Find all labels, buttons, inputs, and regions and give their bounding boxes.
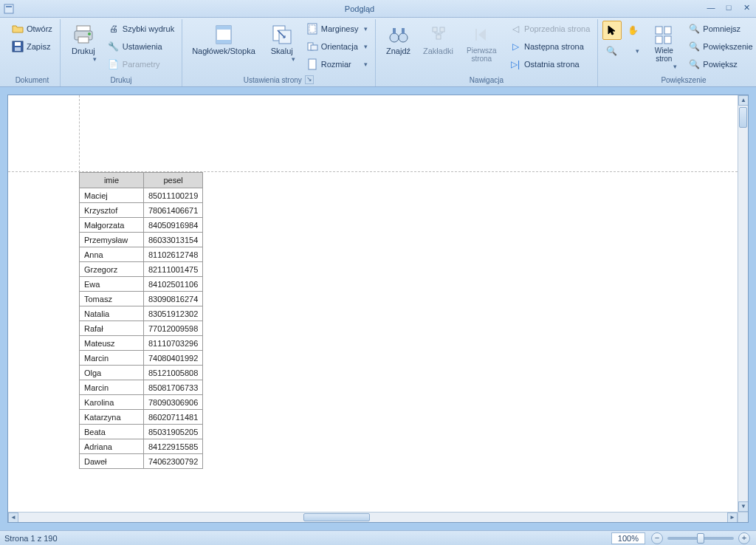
- magnifier-tool-button[interactable]: 🔍 ▾: [602, 41, 642, 61]
- workspace: imie pesel Maciej85011100219Krzysztof780…: [0, 87, 756, 530]
- pointer-tool-button[interactable]: [602, 21, 622, 40]
- multipage-button[interactable]: Wiele stron ▾: [645, 21, 682, 72]
- cell-imie: Mateusz: [80, 336, 144, 351]
- cell-imie: Tomasz: [80, 292, 144, 306]
- orientation-button[interactable]: Orientacja ▾: [303, 38, 371, 55]
- zoom-in-button[interactable]: 🔍 Powiększ: [685, 56, 756, 72]
- cell-imie: Adriana: [80, 439, 144, 454]
- chevron-down-icon: ▾: [289, 55, 295, 63]
- zoom-plus-button[interactable]: +: [738, 532, 750, 544]
- vertical-scrollbar[interactable]: ▲ ▼: [738, 95, 748, 512]
- zoom-slider-knob[interactable]: [697, 533, 704, 544]
- zoom-icon: 🔍: [688, 41, 700, 52]
- printer-icon: [73, 24, 94, 45]
- svg-rect-1: [6, 6, 12, 7]
- cell-imie: Karolina: [80, 395, 144, 410]
- table-row: Marcin85081706733: [80, 380, 203, 395]
- cell-pesel: 78061406671: [143, 203, 202, 218]
- size-label: Rozmiar: [321, 60, 351, 69]
- quick-print-label: Szybki wydruk: [123, 24, 174, 33]
- hscroll-thumb[interactable]: [303, 513, 370, 521]
- next-page-label: Następna strona: [524, 42, 584, 51]
- cell-imie: Natalia: [80, 306, 144, 321]
- cell-imie: Rafał: [80, 321, 144, 336]
- last-page-label: Ostatnia strona: [524, 60, 580, 69]
- first-page-label: Pierwsza strona: [465, 47, 499, 63]
- header-footer-button[interactable]: Nagłówek/Stopka: [187, 21, 261, 72]
- print-label: Drukuj: [72, 47, 95, 55]
- cell-pesel: 84102501106: [143, 277, 202, 292]
- cell-imie: Olga: [80, 366, 144, 380]
- hand-icon: ✋: [627, 24, 639, 36]
- cell-imie: Przemysław: [80, 233, 144, 247]
- cell-pesel: 85121005808: [143, 366, 202, 380]
- horizontal-scrollbar[interactable]: ◄ ►: [8, 512, 738, 522]
- svg-rect-3: [15, 42, 21, 46]
- zoom-level-button[interactable]: 🔍 Powiększenie ▾: [685, 38, 756, 55]
- chevron-down-icon: ▾: [91, 55, 97, 63]
- next-page-button[interactable]: ▷ Następna strona: [506, 38, 593, 55]
- table-row: Tomasz83090816274: [80, 292, 203, 306]
- scroll-right-button[interactable]: ►: [727, 513, 738, 523]
- scroll-left-button[interactable]: ◄: [8, 513, 18, 523]
- cell-imie: Ewa: [80, 277, 144, 292]
- cell-pesel: 82111001475: [143, 262, 202, 277]
- size-button[interactable]: Rozmiar ▾: [303, 56, 371, 72]
- page-content: imie pesel Maciej85011100219Krzysztof780…: [8, 95, 738, 512]
- last-page-button[interactable]: ▷| Ostatnia strona: [506, 56, 593, 72]
- margins-button[interactable]: Marginesy ▾: [303, 21, 371, 37]
- print-button[interactable]: Drukuj ▾: [65, 21, 102, 72]
- cell-imie: Daweł: [80, 454, 144, 469]
- scroll-corner: [738, 512, 748, 522]
- cell-imie: Katarzyna: [80, 410, 144, 425]
- svg-point-7: [88, 32, 91, 35]
- cell-pesel: 78090306906: [143, 395, 202, 410]
- scroll-up-button[interactable]: ▲: [738, 95, 749, 106]
- zoom-out-button[interactable]: 🔍 Pomniejsz: [685, 21, 756, 37]
- cell-pesel: 85031905205: [143, 425, 202, 439]
- find-button[interactable]: Znajdź: [380, 21, 417, 72]
- scale-icon: [272, 24, 292, 45]
- cell-pesel: 85011100219: [143, 188, 202, 203]
- zoom-slider[interactable]: [667, 537, 734, 540]
- svg-rect-18: [309, 59, 316, 69]
- table-row: Przemysław86033013154: [80, 233, 203, 247]
- table-row: Grzegorz82111001475: [80, 262, 203, 277]
- svg-rect-0: [4, 4, 13, 13]
- svg-rect-28: [664, 27, 671, 34]
- prev-page-label: Poprzednia strona: [524, 24, 590, 33]
- data-table: imie pesel Maciej85011100219Krzysztof780…: [79, 172, 203, 469]
- prev-page-button: ◁ Poprzednia strona: [506, 21, 593, 37]
- table-row: Mateusz81110703296: [80, 336, 203, 351]
- status-page: Strona 1 z 190: [4, 534, 58, 543]
- zoom-minus-button[interactable]: −: [651, 532, 663, 544]
- cell-pesel: 84122915585: [143, 439, 202, 454]
- table-row: Marcin74080401992: [80, 351, 203, 366]
- open-button[interactable]: Otwórz: [9, 21, 55, 37]
- vscroll-thumb[interactable]: [739, 107, 747, 128]
- save-button[interactable]: Zapisz: [9, 38, 55, 55]
- cell-pesel: 74062300792: [143, 454, 202, 469]
- quick-print-button[interactable]: 🖨 Szybki wydruk: [105, 21, 177, 37]
- minimize-button[interactable]: ―: [704, 3, 718, 15]
- magnifier-icon: 🔍: [605, 45, 617, 57]
- print-settings-button[interactable]: 🔧 Ustawienia: [105, 38, 177, 55]
- cell-pesel: 83051912302: [143, 306, 202, 321]
- svg-rect-25: [436, 35, 441, 39]
- multipage-label: Wiele stron: [650, 47, 677, 63]
- dialog-launcher-icon[interactable]: ↘: [305, 75, 314, 84]
- parameters-button: 📄 Parametry: [105, 56, 177, 72]
- open-label: Otwórz: [27, 24, 52, 33]
- printer-small-icon: 🖨: [108, 23, 120, 35]
- close-button[interactable]: ✕: [740, 3, 753, 15]
- multipage-icon: [653, 24, 674, 45]
- scroll-down-button[interactable]: ▼: [738, 501, 749, 512]
- cell-pesel: 74080401992: [143, 351, 202, 366]
- maximize-button[interactable]: □: [722, 3, 735, 15]
- zoom-value[interactable]: 100%: [611, 532, 645, 544]
- cell-pesel: 86033013154: [143, 233, 202, 247]
- binoculars-icon: [388, 24, 409, 45]
- col-header-imie: imie: [80, 173, 144, 188]
- scale-button[interactable]: Skaluj ▾: [264, 21, 300, 72]
- hand-tool-button[interactable]: ✋: [623, 21, 642, 40]
